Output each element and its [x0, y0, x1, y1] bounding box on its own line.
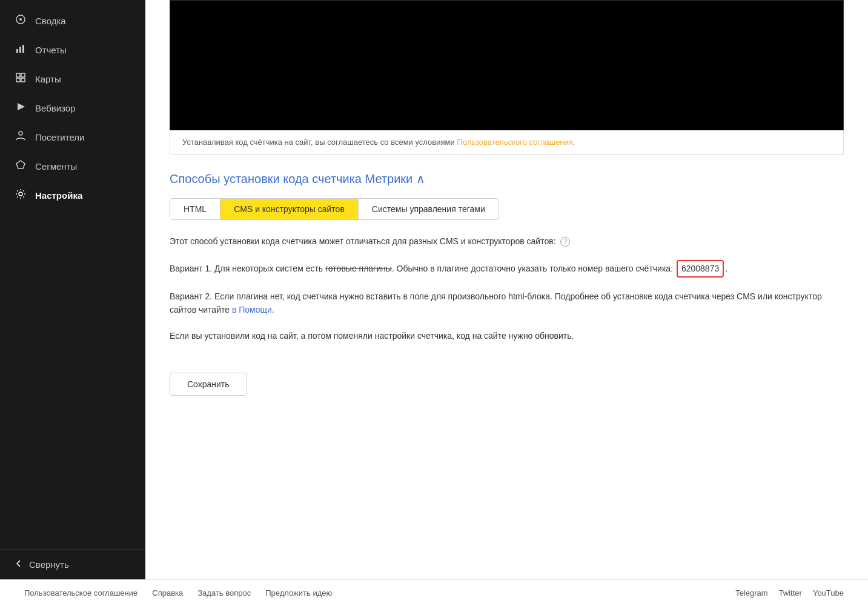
tab-html[interactable]: HTML	[170, 199, 220, 219]
svg-rect-8	[21, 78, 25, 82]
sidebar-item-label: Настройка	[35, 190, 82, 201]
preview-notice: Устанавливая код счётчика на сайт, вы со…	[170, 130, 844, 155]
help-link[interactable]: в Помощи	[232, 305, 272, 315]
svg-point-10	[19, 132, 22, 135]
svg-rect-5	[16, 73, 20, 77]
sidebar-item-otchety[interactable]: Отчеты	[0, 35, 145, 64]
sidebar-item-svodka[interactable]: Сводка	[0, 6, 145, 35]
preview-area	[170, 0, 844, 130]
footer-link-suggest[interactable]: Предложить идею	[265, 588, 332, 598]
sidebar-collapse[interactable]: Свернуть	[0, 549, 145, 579]
save-button[interactable]: Сохранить	[170, 373, 247, 396]
nastroika-icon	[15, 188, 27, 202]
svg-marker-9	[18, 103, 25, 110]
sidebar-item-label: Вебвизор	[35, 103, 76, 113]
section-title[interactable]: Способы установки кода счетчика Метрики …	[170, 171, 844, 186]
svodka-icon	[15, 14, 27, 27]
sidebar-item-label: Сводка	[35, 16, 66, 26]
paragraph-variant1: Вариант 1. Для некоторых систем есть гот…	[170, 260, 844, 277]
sidebar-item-nastroika[interactable]: Настройка	[0, 181, 145, 210]
collapse-label: Свернуть	[29, 559, 69, 570]
sidebar-item-posetiteli[interactable]: Посетители	[0, 122, 145, 152]
help-icon: ?	[560, 237, 570, 247]
tab-cms[interactable]: CMS и конструкторы сайтов	[220, 199, 359, 219]
counter-number: 62008873	[677, 260, 724, 277]
footer-link-help[interactable]: Справка	[152, 588, 183, 598]
svg-rect-3	[19, 47, 21, 53]
paragraph-cms-intro: Этот способ установки кода счетчика може…	[170, 235, 844, 248]
otchety-icon	[15, 43, 27, 56]
svg-point-1	[19, 18, 22, 21]
agreement-link[interactable]: Пользовательского соглашения	[457, 138, 573, 147]
sidebar: Сводка Отчеты	[0, 0, 145, 579]
footer-link-twitter[interactable]: Twitter	[779, 588, 802, 598]
sidebar-item-label: Отчеты	[35, 45, 67, 55]
footer-link-youtube[interactable]: YouTube	[813, 588, 844, 598]
svg-point-11	[19, 192, 22, 196]
plugins-link[interactable]: готовые плагины	[325, 264, 392, 273]
vebvizor-icon	[15, 101, 27, 115]
segmenty-icon	[15, 159, 27, 173]
sidebar-item-label: Сегменты	[35, 161, 77, 171]
chevron-left-icon	[15, 559, 23, 570]
posetiteli-icon	[15, 130, 27, 144]
paragraph-variant2: Вариант 2. Если плагина нет, код счетчик…	[170, 290, 844, 317]
sidebar-item-karty[interactable]: Карты	[0, 64, 145, 93]
svg-rect-2	[16, 49, 18, 53]
sidebar-item-label: Посетители	[35, 132, 84, 142]
paragraph-update: Если вы установили код на сайт, а потом …	[170, 329, 844, 342]
sidebar-item-vebvizor[interactable]: Вебвизор	[0, 93, 145, 122]
karty-icon	[15, 72, 27, 85]
footer-link-telegram[interactable]: Telegram	[735, 588, 767, 598]
sidebar-nav: Сводка Отчеты	[0, 0, 145, 549]
sidebar-item-label: Карты	[35, 74, 61, 84]
svg-rect-7	[16, 78, 20, 82]
footer-link-question[interactable]: Задать вопрос	[197, 588, 251, 598]
tab-tms[interactable]: Системы управления тегами	[359, 199, 499, 219]
footer: Пользовательское соглашение Справка Зада…	[0, 579, 868, 606]
main-content: Устанавливая код счётчика на сайт, вы со…	[145, 0, 868, 579]
footer-link-agreement[interactable]: Пользовательское соглашение	[24, 588, 137, 598]
sidebar-item-segmenty[interactable]: Сегменты	[0, 152, 145, 181]
footer-right-links: Telegram Twitter YouTube	[735, 588, 844, 598]
footer-left-links: Пользовательское соглашение Справка Зада…	[24, 588, 332, 598]
tabs-container: HTML CMS и конструкторы сайтов Системы у…	[170, 198, 499, 220]
svg-rect-4	[22, 45, 24, 53]
svg-rect-6	[21, 73, 25, 77]
